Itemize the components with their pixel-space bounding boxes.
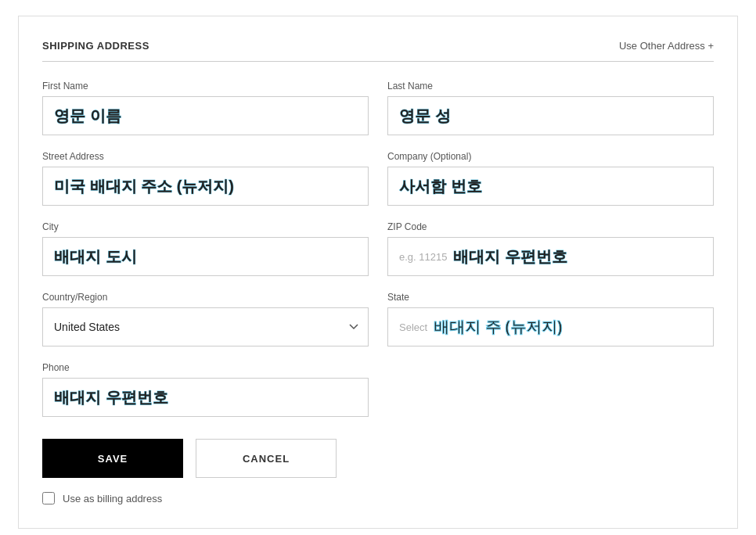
zip-placeholder: e.g. 11215	[399, 251, 447, 263]
country-select[interactable]: United States Canada United Kingdom Aust…	[42, 307, 369, 346]
zip-label: ZIP Code	[387, 221, 714, 232]
last-name-label: Last Name	[387, 81, 714, 92]
first-name-input[interactable]	[42, 96, 369, 135]
zip-group: ZIP Code e.g. 11215 배대지 우편번호	[387, 221, 714, 276]
address-row: Street Address Company (Optional)	[42, 151, 714, 206]
button-row: SAVE CANCEL	[42, 439, 714, 478]
state-group: State Select 배대지 주 (뉴저지)	[387, 292, 714, 346]
billing-row: Use as billing address	[42, 492, 714, 504]
street-address-input[interactable]	[42, 167, 369, 206]
country-group: Country/Region United States Canada Unit…	[42, 292, 369, 346]
phone-group: Phone	[42, 362, 369, 417]
company-input[interactable]	[387, 167, 714, 206]
city-label: City	[42, 221, 369, 232]
state-label: State	[387, 292, 714, 303]
street-address-label: Street Address	[42, 151, 369, 162]
company-group: Company (Optional)	[387, 151, 714, 206]
section-header: SHIPPING ADDRESS Use Other Address +	[42, 40, 714, 62]
phone-row: Phone	[42, 362, 714, 417]
shipping-address-form: SHIPPING ADDRESS Use Other Address + Fir…	[18, 16, 738, 529]
street-address-group: Street Address	[42, 151, 369, 206]
last-name-group: Last Name	[387, 81, 714, 135]
billing-checkbox[interactable]	[42, 492, 55, 504]
country-label: Country/Region	[42, 292, 369, 303]
phone-input[interactable]	[42, 378, 369, 417]
zip-input: 배대지 우편번호	[453, 246, 567, 268]
company-label: Company (Optional)	[387, 151, 714, 162]
state-select-placeholder: Select	[399, 321, 427, 333]
section-title: SHIPPING ADDRESS	[42, 40, 149, 52]
state-input-wrapper: Select 배대지 주 (뉴저지)	[387, 307, 714, 346]
use-other-address-link[interactable]: Use Other Address +	[619, 40, 714, 52]
first-name-label: First Name	[42, 81, 369, 92]
phone-label: Phone	[42, 362, 369, 373]
state-value: 배대지 주 (뉴저지)	[434, 317, 562, 338]
first-name-group: First Name	[42, 81, 369, 135]
last-name-input[interactable]	[387, 96, 714, 135]
name-row: First Name Last Name	[42, 81, 714, 135]
save-button[interactable]: SAVE	[42, 439, 183, 478]
cancel-button[interactable]: CANCEL	[196, 439, 337, 478]
country-state-row: Country/Region United States Canada Unit…	[42, 292, 714, 346]
city-input[interactable]	[42, 237, 369, 276]
billing-label: Use as billing address	[63, 493, 162, 504]
city-group: City	[42, 221, 369, 276]
city-zip-row: City ZIP Code e.g. 11215 배대지 우편번호	[42, 221, 714, 276]
